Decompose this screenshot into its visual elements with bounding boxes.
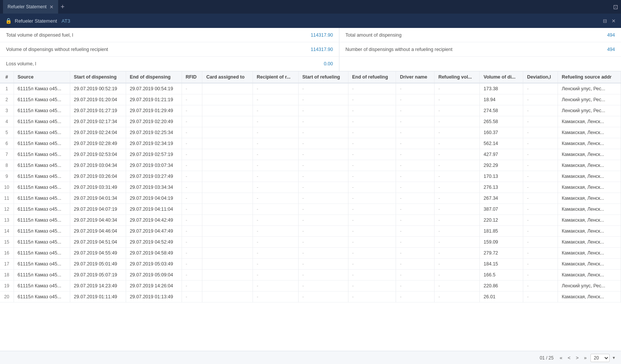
total-amount-label: Total amount of dispensing bbox=[339, 29, 576, 41]
table-cell: - bbox=[348, 237, 396, 248]
table-cell: - bbox=[523, 182, 558, 193]
table-cell: - bbox=[298, 160, 348, 171]
table-cell: - bbox=[348, 248, 396, 259]
table-cell: - bbox=[298, 138, 348, 149]
table-header-row: # Source Start of dispensing End of disp… bbox=[0, 71, 621, 83]
table-cell: - bbox=[396, 83, 435, 94]
table-cell: - bbox=[435, 116, 480, 127]
table-cell: 29.07.2019 00:54:19 bbox=[126, 83, 182, 94]
table-cell: 29.07.2019 04:51:04 bbox=[70, 237, 126, 248]
table-cell: 8 bbox=[0, 160, 14, 171]
table-cell: 4 bbox=[0, 116, 14, 127]
table-cell: 220.12 bbox=[480, 215, 523, 226]
table-cell: - bbox=[435, 149, 480, 160]
tab-label: Refueler Statement bbox=[8, 4, 46, 9]
table-cell: - bbox=[523, 127, 558, 138]
table-cell: 15 bbox=[0, 237, 14, 248]
report-title: Refueler Statement bbox=[15, 18, 57, 24]
col-recipient[interactable]: Recipient of r... bbox=[253, 71, 298, 83]
table-cell: 61115л Камаз о45... bbox=[14, 259, 70, 270]
new-tab-button[interactable]: + bbox=[60, 3, 65, 11]
table-cell: 166.5 bbox=[480, 270, 523, 281]
table-cell: - bbox=[348, 270, 396, 281]
table-cell: - bbox=[298, 94, 348, 105]
table-cell: 61115л Камаз о45... bbox=[14, 160, 70, 171]
col-vol-di[interactable]: Volume of di... bbox=[480, 71, 523, 83]
col-start-ref[interactable]: Start of refueling bbox=[298, 71, 348, 83]
table-cell: - bbox=[298, 83, 348, 94]
table-cell bbox=[202, 193, 253, 204]
table-cell bbox=[202, 259, 253, 270]
col-start-disp[interactable]: Start of dispensing bbox=[70, 71, 126, 83]
table-cell: Ленский улус, Рес... bbox=[558, 83, 621, 94]
table-cell: 61115л Камаз о45... bbox=[14, 248, 70, 259]
table-row: 1961115л Камаз о45...29.07.2019 14:23:49… bbox=[0, 281, 621, 292]
table-cell: - bbox=[435, 237, 480, 248]
total-volume-label: Total volume of dispensed fuel, l bbox=[0, 29, 294, 41]
col-ref-vol[interactable]: Refueling vol... bbox=[435, 71, 480, 83]
table-cell: - bbox=[253, 292, 298, 302]
table-cell: - bbox=[523, 270, 558, 281]
table-cell: - bbox=[182, 94, 202, 105]
table-cell bbox=[202, 83, 253, 94]
table-cell: Камакская, Ленск... bbox=[558, 226, 621, 237]
table-cell: - bbox=[435, 105, 480, 116]
table-cell: 18.94 bbox=[480, 94, 523, 105]
last-page-button[interactable]: » bbox=[582, 354, 588, 361]
table-cell: - bbox=[523, 94, 558, 105]
table-cell: - bbox=[348, 127, 396, 138]
table-cell: - bbox=[435, 83, 480, 94]
table-cell: - bbox=[396, 182, 435, 193]
table-row: 1861115л Камаз о45...29.07.2019 05:07:19… bbox=[0, 270, 621, 281]
table-cell: 12 bbox=[0, 204, 14, 215]
table-cell: - bbox=[396, 171, 435, 182]
table-cell: Камакская, Ленск... bbox=[558, 138, 621, 149]
table-cell bbox=[202, 160, 253, 171]
table-cell: - bbox=[523, 105, 558, 116]
table-cell: - bbox=[298, 237, 348, 248]
table-cell: 7 bbox=[0, 149, 14, 160]
col-rfid[interactable]: RFID bbox=[182, 71, 202, 83]
prev-page-button[interactable]: < bbox=[566, 354, 572, 361]
table-cell: - bbox=[253, 83, 298, 94]
table-cell: 61115л Камаз о45... bbox=[14, 94, 70, 105]
table-cell: - bbox=[523, 149, 558, 160]
table-cell: - bbox=[523, 226, 558, 237]
table-cell: - bbox=[253, 193, 298, 204]
table-cell: 61115л Камаз о45... bbox=[14, 193, 70, 204]
table-cell: - bbox=[348, 94, 396, 105]
table-cell: 29.07.2019 02:25:34 bbox=[126, 127, 182, 138]
next-page-button[interactable]: > bbox=[574, 354, 580, 361]
table-cell: - bbox=[435, 292, 480, 302]
table-cell: - bbox=[182, 105, 202, 116]
col-deviation[interactable]: Deviation,l bbox=[523, 71, 558, 83]
table-cell: Камакская, Ленск... bbox=[558, 270, 621, 281]
table-cell: 29.07.2019 02:24:04 bbox=[70, 127, 126, 138]
col-end-disp[interactable]: End of dispensing bbox=[126, 71, 182, 83]
table-cell bbox=[202, 138, 253, 149]
col-card[interactable]: Card assigned to bbox=[202, 71, 253, 83]
table-cell: - bbox=[348, 193, 396, 204]
table-cell: 61115л Камаз о45... bbox=[14, 292, 70, 302]
table-cell bbox=[202, 127, 253, 138]
col-address[interactable]: Refueling source addr bbox=[558, 71, 621, 83]
col-source[interactable]: Source bbox=[14, 71, 70, 83]
table-row: 561115л Камаз о45...29.07.2019 02:24:042… bbox=[0, 127, 621, 138]
col-driver[interactable]: Driver name bbox=[396, 71, 435, 83]
table-cell: - bbox=[298, 259, 348, 270]
table-cell: - bbox=[298, 127, 348, 138]
title-tab: Refueler Statement ✕ bbox=[3, 0, 58, 14]
first-page-button[interactable]: « bbox=[558, 354, 564, 361]
table-cell bbox=[202, 226, 253, 237]
col-end-ref[interactable]: End of refueling bbox=[348, 71, 396, 83]
per-page-select[interactable]: 10 20 50 100 bbox=[590, 354, 610, 362]
table-cell: 160.37 bbox=[480, 127, 523, 138]
no-recipient-volume-value: 114317.90 bbox=[294, 44, 339, 55]
summary-row-1: Total volume of dispensed fuel, l 114317… bbox=[0, 28, 621, 42]
minimize-button[interactable]: ⊟ bbox=[603, 18, 607, 24]
table-cell: - bbox=[298, 248, 348, 259]
table-cell: - bbox=[182, 116, 202, 127]
close-tab-button[interactable]: ✕ bbox=[49, 4, 54, 10]
close-button[interactable]: ✕ bbox=[612, 18, 616, 24]
table-cell: - bbox=[182, 292, 202, 302]
